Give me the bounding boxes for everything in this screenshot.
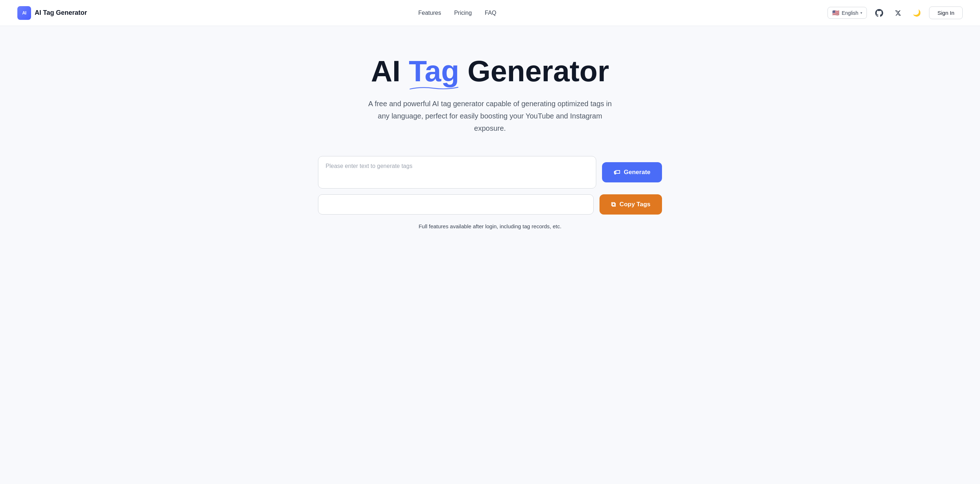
tag-icon: 🏷 [614,169,620,176]
nav-link-pricing[interactable]: Pricing [454,10,472,16]
input-row-2: ⧉ Copy Tags [318,194,662,214]
nav-actions: 🇺🇸 English ▾ 🌙 Sign In [827,6,963,19]
generate-button[interactable]: 🏷 Generate [602,162,662,182]
copy-label: Copy Tags [619,201,651,208]
moon-icon: 🌙 [913,9,921,17]
login-note: Full features available after login, inc… [318,223,662,229]
hero-title-part1: AI [371,54,409,87]
flag-icon: 🇺🇸 [832,10,840,16]
generate-label: Generate [624,169,651,176]
hero-title: AI Tag Generator [371,55,609,87]
nav-link-faq[interactable]: FAQ [485,10,496,16]
theme-toggle-button[interactable]: 🌙 [910,6,923,19]
language-label: English [842,10,858,16]
tag-input[interactable] [318,156,596,189]
logo-text: AI Tag Generator [35,9,87,17]
input-row-1: 🏷 Generate [318,156,662,189]
github-icon [875,9,883,17]
chevron-down-icon: ▾ [861,11,862,15]
copy-tags-button[interactable]: ⧉ Copy Tags [600,194,662,214]
twitter-x-button[interactable] [891,6,904,19]
nav-link-features[interactable]: Features [418,10,441,16]
tool-section: 🏷 Generate ⧉ Copy Tags Full features ava… [309,156,671,229]
nav-links: Features Pricing FAQ [418,10,496,16]
signin-button[interactable]: Sign In [929,6,963,19]
copy-icon: ⧉ [611,201,616,208]
hero-title-part2: Generator [459,54,609,87]
hero-title-highlight: Tag [409,55,459,87]
tags-output[interactable] [318,194,594,214]
language-selector[interactable]: 🇺🇸 English ▾ [827,7,867,19]
x-icon [895,10,901,16]
logo-icon: AI [18,6,31,20]
navbar: AI AI Tag Generator Features Pricing FAQ… [0,0,980,26]
nav-logo-area: AI AI Tag Generator [18,6,87,20]
hero-subtitle: A free and powerful AI tag generator cap… [364,97,616,134]
main-content: AI Tag Generator A free and powerful AI … [0,26,980,229]
github-button[interactable] [873,6,886,19]
